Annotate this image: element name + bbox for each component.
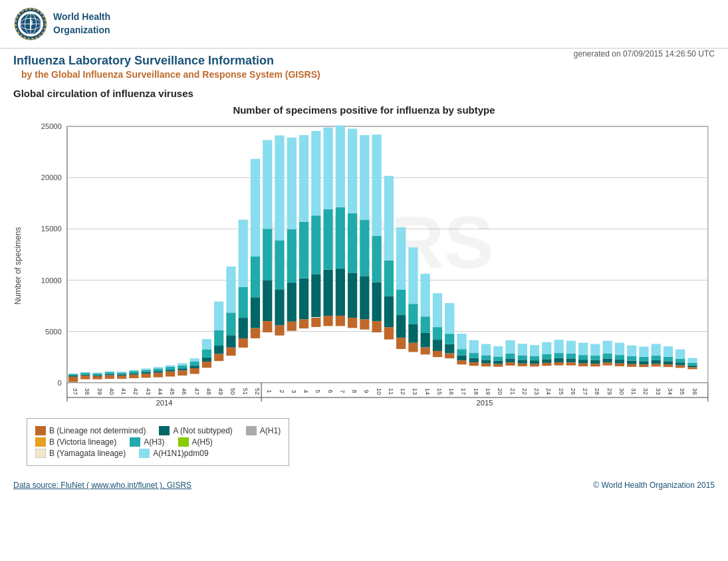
svg-rect-88 bbox=[251, 328, 260, 338]
svg-rect-146 bbox=[421, 316, 430, 333]
svg-rect-38 bbox=[92, 374, 102, 376]
svg-rect-173 bbox=[505, 358, 515, 362]
svg-rect-119 bbox=[336, 126, 345, 207]
svg-rect-122 bbox=[348, 213, 357, 273]
svg-rect-144 bbox=[421, 348, 430, 355]
svg-rect-147 bbox=[421, 274, 430, 316]
svg-rect-92 bbox=[263, 321, 272, 332]
svg-rect-93 bbox=[263, 280, 272, 321]
svg-text:45: 45 bbox=[169, 388, 176, 395]
svg-rect-74 bbox=[202, 349, 211, 357]
svg-rect-155 bbox=[445, 303, 454, 334]
svg-rect-57 bbox=[154, 371, 163, 373]
svg-rect-109 bbox=[311, 274, 320, 317]
legend-box-ah1n1 bbox=[139, 449, 150, 458]
chart-legend: B (Lineage not determined) A (Not subtyp… bbox=[27, 418, 289, 466]
svg-rect-223 bbox=[652, 356, 661, 360]
svg-rect-87 bbox=[239, 219, 248, 286]
svg-rect-59 bbox=[154, 367, 163, 368]
svg-rect-40 bbox=[105, 376, 114, 379]
svg-rect-34 bbox=[80, 373, 90, 375]
svg-rect-65 bbox=[178, 368, 187, 370]
svg-rect-37 bbox=[92, 375, 102, 376]
who-name-line2: Organization bbox=[53, 24, 110, 37]
svg-rect-62 bbox=[166, 367, 175, 370]
svg-rect-208 bbox=[603, 341, 612, 354]
svg-rect-115 bbox=[323, 128, 332, 209]
svg-rect-117 bbox=[336, 269, 345, 316]
svg-rect-226 bbox=[664, 361, 673, 364]
svg-text:7: 7 bbox=[339, 390, 346, 393]
legend-box-a-not bbox=[159, 426, 170, 435]
legend-item-b-yamagata: B (Yamagata lineage) bbox=[35, 449, 126, 458]
svg-rect-64 bbox=[178, 370, 187, 376]
svg-text:48: 48 bbox=[205, 388, 212, 395]
svg-rect-190 bbox=[554, 353, 563, 358]
svg-rect-160 bbox=[469, 362, 479, 366]
svg-text:15: 15 bbox=[436, 388, 443, 395]
who-logo: World Health Organization bbox=[13, 7, 110, 41]
svg-text:2015: 2015 bbox=[477, 399, 493, 407]
footer-left[interactable]: Data source: FluNet ( www.who.int/flunet… bbox=[13, 481, 191, 490]
svg-rect-158 bbox=[457, 349, 466, 355]
svg-rect-126 bbox=[360, 219, 369, 276]
svg-rect-84 bbox=[239, 338, 248, 348]
svg-rect-145 bbox=[421, 333, 430, 348]
svg-rect-170 bbox=[493, 356, 503, 360]
svg-rect-143 bbox=[408, 247, 418, 304]
svg-text:29: 29 bbox=[606, 388, 613, 395]
legend-label-b-yamagata: B (Yamagata lineage) bbox=[49, 449, 126, 458]
legend-box-b-victoria bbox=[35, 437, 46, 447]
svg-rect-165 bbox=[481, 360, 491, 363]
svg-rect-153 bbox=[445, 344, 454, 354]
svg-text:39: 39 bbox=[96, 388, 103, 395]
svg-rect-205 bbox=[603, 358, 612, 362]
svg-rect-121 bbox=[348, 273, 357, 318]
svg-rect-233 bbox=[687, 367, 697, 369]
svg-rect-43 bbox=[105, 371, 114, 372]
svg-rect-139 bbox=[396, 227, 406, 289]
svg-text:31: 31 bbox=[630, 388, 637, 395]
svg-text:24: 24 bbox=[545, 388, 552, 395]
svg-rect-209 bbox=[615, 364, 624, 366]
legend-label-b-lineage: B (Lineage not determined) bbox=[49, 426, 146, 435]
svg-rect-28 bbox=[68, 376, 78, 380]
svg-rect-67 bbox=[178, 363, 187, 365]
svg-rect-30 bbox=[68, 374, 78, 376]
svg-rect-60 bbox=[166, 372, 175, 377]
svg-rect-56 bbox=[154, 373, 163, 378]
svg-rect-96 bbox=[275, 325, 284, 335]
svg-rect-66 bbox=[178, 366, 187, 369]
svg-rect-107 bbox=[299, 135, 308, 221]
svg-rect-46 bbox=[117, 373, 126, 375]
svg-rect-54 bbox=[142, 370, 151, 372]
svg-rect-186 bbox=[542, 354, 551, 359]
legend-label-b-victoria: B (Victoria lineage) bbox=[49, 437, 116, 447]
legend-box-ah1 bbox=[246, 426, 257, 435]
svg-text:30: 30 bbox=[618, 388, 625, 395]
svg-rect-85 bbox=[239, 318, 248, 338]
svg-text:0: 0 bbox=[58, 379, 62, 387]
svg-text:35: 35 bbox=[679, 388, 685, 395]
svg-rect-42 bbox=[105, 372, 114, 374]
svg-rect-77 bbox=[214, 346, 223, 354]
svg-rect-79 bbox=[214, 302, 223, 330]
svg-text:44: 44 bbox=[157, 388, 164, 395]
svg-rect-221 bbox=[652, 364, 661, 366]
svg-rect-55 bbox=[142, 368, 151, 370]
svg-rect-116 bbox=[336, 316, 345, 326]
svg-rect-196 bbox=[578, 364, 588, 366]
svg-rect-78 bbox=[214, 330, 223, 346]
svg-rect-69 bbox=[190, 366, 199, 368]
svg-rect-225 bbox=[664, 364, 673, 367]
legend-item-ah5: A(H5) bbox=[178, 437, 213, 447]
svg-rect-94 bbox=[263, 229, 272, 280]
svg-text:16: 16 bbox=[448, 388, 455, 395]
svg-text:25000: 25000 bbox=[41, 122, 62, 130]
svg-rect-193 bbox=[566, 358, 576, 362]
svg-rect-132 bbox=[384, 327, 394, 339]
svg-text:8: 8 bbox=[351, 390, 358, 393]
legend-label-ah5: A(H5) bbox=[192, 437, 213, 447]
svg-rect-198 bbox=[578, 355, 588, 360]
svg-text:Weeks: Weeks bbox=[374, 408, 401, 409]
